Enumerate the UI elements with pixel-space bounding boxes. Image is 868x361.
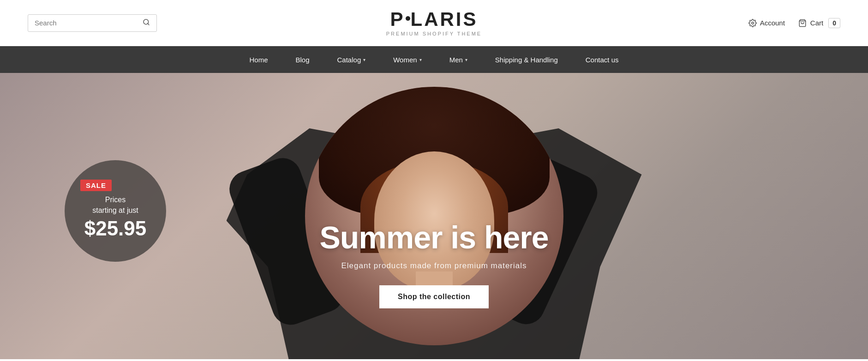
search-icon <box>143 18 150 26</box>
search-box[interactable] <box>28 14 157 32</box>
sale-price: $25.95 <box>84 217 147 240</box>
nav-item-shipping[interactable]: Shipping & Handling <box>481 46 572 73</box>
hero-subtitle: Elegant products made from premium mater… <box>273 261 596 271</box>
nav-item-blog[interactable]: Blog <box>282 46 323 73</box>
nav-item-women[interactable]: Women ▾ <box>379 46 435 73</box>
account-label: Account <box>760 19 785 27</box>
sale-starting-text: Pricesstarting at just <box>92 195 138 216</box>
shop-collection-button[interactable]: Shop the collection <box>379 285 489 308</box>
sale-badge: SALE <box>80 180 112 191</box>
nav-item-home[interactable]: Home <box>235 46 281 73</box>
nav-label-contact: Contact us <box>586 56 619 64</box>
gear-icon <box>748 19 757 27</box>
sale-circle: SALE Pricesstarting at just $25.95 <box>65 160 166 262</box>
chevron-down-icon: ▾ <box>465 57 467 62</box>
chevron-down-icon: ▾ <box>419 57 422 62</box>
logo-subtitle: PREMIUM SHOPIFY THEME <box>299 31 569 36</box>
nav-item-catalog[interactable]: Catalog ▾ <box>323 46 380 73</box>
nav-item-men[interactable]: Men ▾ <box>436 46 481 73</box>
nav-label-men: Men <box>449 56 463 64</box>
account-button[interactable]: Account <box>748 19 785 27</box>
nav-label-home: Home <box>249 56 268 64</box>
cart-count: 0 <box>828 18 840 28</box>
nav-label-blog: Blog <box>296 56 310 64</box>
hero-content: Summer is here Elegant products made fro… <box>273 220 596 308</box>
nav-item-contact[interactable]: Contact us <box>572 46 633 73</box>
navbar: Home Blog Catalog ▾ Women ▾ Men ▾ Shippi… <box>0 46 868 73</box>
header-center: PLARIS PREMIUM SHOPIFY THEME <box>299 10 569 36</box>
chevron-down-icon: ▾ <box>363 57 365 62</box>
cart-icon <box>798 19 807 27</box>
header-left <box>28 14 299 32</box>
header-right: Account Cart 0 <box>569 18 840 28</box>
header: PLARIS PREMIUM SHOPIFY THEME Account Car… <box>0 0 868 46</box>
nav-label-catalog: Catalog <box>337 56 361 64</box>
svg-point-2 <box>751 22 754 24</box>
cart-label: Cart <box>810 19 823 27</box>
hero-title: Summer is here <box>273 220 596 255</box>
svg-line-1 <box>148 24 149 25</box>
search-input[interactable] <box>35 19 140 27</box>
logo-dot <box>406 16 410 21</box>
cart-button[interactable]: Cart 0 <box>798 18 840 28</box>
nav-label-shipping: Shipping & Handling <box>495 56 558 64</box>
hero-section: SALE Pricesstarting at just $25.95 Summe… <box>0 73 868 359</box>
nav-label-women: Women <box>393 56 417 64</box>
logo[interactable]: PLARIS <box>299 10 569 29</box>
search-button[interactable] <box>143 18 150 28</box>
